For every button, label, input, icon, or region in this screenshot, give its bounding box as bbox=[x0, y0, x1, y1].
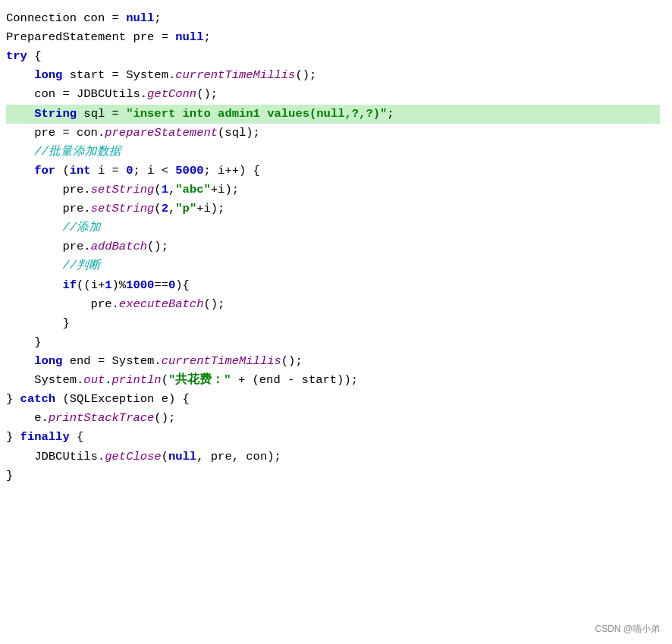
code-line-8: //批量添加数据 bbox=[6, 143, 660, 162]
code-line-16: pre.executeBatch(); bbox=[6, 295, 660, 314]
code-line-22: e.printStackTrace(); bbox=[6, 409, 660, 428]
code-line-13: pre.addBatch(); bbox=[6, 237, 660, 256]
code-line-14: //判断 bbox=[6, 256, 660, 275]
code-line-3: try { bbox=[6, 47, 660, 66]
code-line-7: pre = con.prepareStatement(sql); bbox=[6, 124, 660, 143]
code-line-9: for (int i = 0; i < 5000; i++) { bbox=[6, 162, 660, 181]
code-line-18: } bbox=[6, 333, 660, 352]
code-line-5: con = JDBCUtils.getConn(); bbox=[6, 85, 660, 104]
code-line-17: } bbox=[6, 314, 660, 333]
code-line-2: PreparedStatement pre = null; bbox=[6, 28, 660, 47]
code-line-21: } catch (SQLException e) { bbox=[6, 390, 660, 409]
watermark: CSDN @喵小弟 bbox=[595, 622, 660, 636]
code-line-20: System.out.println("共花费：" + (end - start… bbox=[6, 371, 660, 390]
code-container: Connection con = null; PreparedStatement… bbox=[0, 0, 672, 644]
code-line-10: pre.setString(1,"abc"+i); bbox=[6, 181, 660, 199]
code-line-15: if((i+1)%1000==0){ bbox=[6, 276, 660, 295]
code-line-11: pre.setString(2,"p"+i); bbox=[6, 199, 660, 218]
code-line-25: } bbox=[6, 467, 660, 485]
code-line-6: String sql = "insert into admin1 values(… bbox=[6, 105, 660, 124]
code-line-23: } finally { bbox=[6, 428, 660, 447]
code-line-4: long start = System.currentTimeMillis(); bbox=[6, 66, 660, 85]
code-line-19: long end = System.currentTimeMillis(); bbox=[6, 352, 660, 371]
code-line-1: Connection con = null; bbox=[6, 9, 660, 28]
code-line-12: //添加 bbox=[6, 218, 660, 237]
code-line-24: JDBCUtils.getClose(null, pre, con); bbox=[6, 448, 660, 467]
